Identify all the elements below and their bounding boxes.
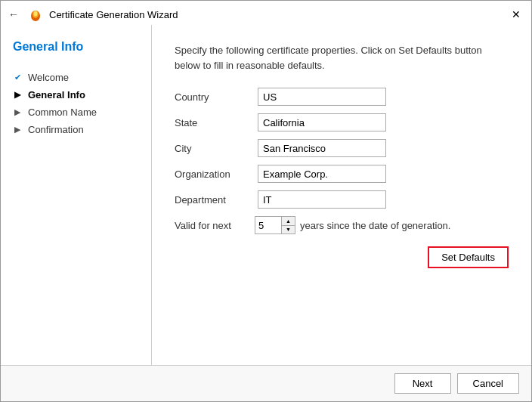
- title-bar-left: ← Certificate Generation Wizard: [8, 7, 178, 22]
- sidebar-label-common-name: Common Name: [28, 107, 97, 118]
- svg-point-2: [34, 11, 38, 17]
- spinner-arrows: ▲ ▼: [281, 217, 295, 233]
- spinner-down-button[interactable]: ▼: [282, 226, 295, 234]
- department-label: Department: [175, 194, 250, 206]
- footer: Next Cancel: [1, 365, 531, 401]
- valid-for-row: Valid for next ▲ ▼ years since the date …: [175, 216, 509, 234]
- organization-label: Organization: [175, 169, 250, 180]
- sidebar-label-general-info: General Info: [28, 89, 85, 100]
- sidebar: General Info ✔ Welcome ▶ General Info ▶ …: [1, 25, 152, 365]
- valid-for-suffix: years since the date of generation.: [300, 220, 450, 231]
- title-bar-title: Certificate Generation Wizard: [49, 9, 178, 20]
- general-info-marker: ▶: [14, 90, 23, 100]
- welcome-marker: ✔: [14, 73, 23, 82]
- next-button[interactable]: Next: [394, 373, 451, 394]
- close-button[interactable]: ✕: [509, 8, 524, 21]
- back-button[interactable]: ←: [8, 8, 19, 20]
- valid-for-label: Valid for next: [175, 220, 250, 231]
- sidebar-heading: General Info: [13, 40, 139, 54]
- sidebar-item-general-info[interactable]: ▶ General Info: [13, 86, 139, 104]
- spinner-up-button[interactable]: ▲: [282, 217, 295, 226]
- sidebar-item-welcome: ✔ Welcome: [13, 69, 139, 86]
- set-defaults-area: Set Defaults: [175, 246, 509, 268]
- wizard-window: ← Certificate Generation Wizard ✕ Genera…: [0, 0, 532, 402]
- description-text: Specify the following certificate proper…: [175, 43, 500, 73]
- sidebar-item-confirmation[interactable]: ▶ Confirmation: [13, 121, 139, 138]
- content-area: General Info ✔ Welcome ▶ General Info ▶ …: [1, 25, 531, 365]
- country-label: Country: [175, 91, 250, 103]
- sidebar-item-common-name[interactable]: ▶ Common Name: [13, 104, 139, 121]
- valid-years-input[interactable]: [255, 217, 281, 233]
- city-input[interactable]: [258, 139, 386, 157]
- country-input[interactable]: [258, 88, 386, 106]
- state-label: State: [175, 117, 250, 128]
- common-name-marker: ▶: [14, 107, 23, 117]
- city-label: City: [175, 143, 250, 154]
- sidebar-label-welcome: Welcome: [28, 72, 69, 83]
- sidebar-label-confirmation: Confirmation: [28, 124, 84, 135]
- confirmation-marker: ▶: [14, 125, 23, 135]
- wizard-icon: [28, 7, 43, 22]
- valid-years-spinner[interactable]: ▲ ▼: [255, 216, 295, 234]
- state-input[interactable]: [258, 113, 386, 131]
- department-input[interactable]: [258, 190, 386, 209]
- organization-input[interactable]: [258, 165, 386, 183]
- main-panel: Specify the following certificate proper…: [152, 25, 531, 365]
- set-defaults-button[interactable]: Set Defaults: [428, 246, 509, 268]
- cancel-button[interactable]: Cancel: [457, 373, 519, 394]
- form-grid: Country State City Organization Departme…: [175, 88, 477, 209]
- title-bar: ← Certificate Generation Wizard ✕: [1, 1, 531, 25]
